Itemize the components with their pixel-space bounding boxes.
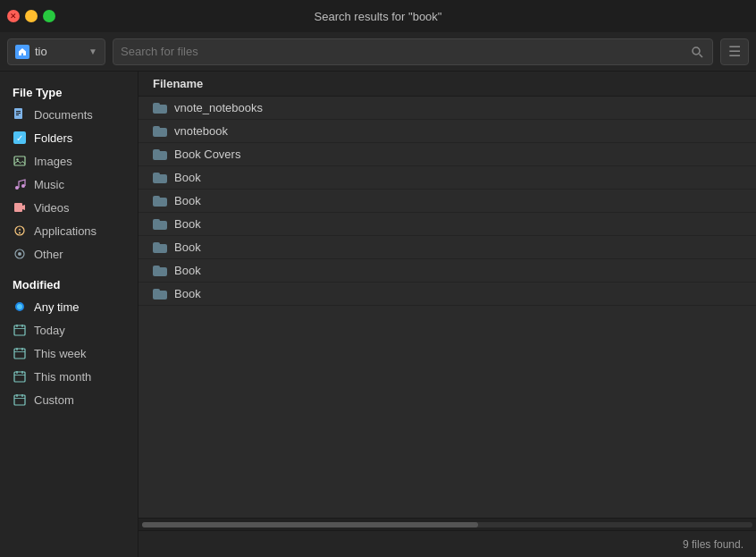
- search-button[interactable]: [689, 44, 705, 60]
- sidebar-item-custom[interactable]: Custom: [0, 388, 138, 411]
- file-name: Book: [174, 194, 201, 207]
- minimize-button[interactable]: [25, 10, 38, 22]
- file-type-section-title: File Type: [0, 80, 138, 103]
- table-row[interactable]: Book: [139, 190, 756, 213]
- svg-rect-15: [14, 325, 25, 335]
- search-bar: [113, 38, 713, 65]
- sidebar-item-videos[interactable]: Videos: [0, 196, 138, 219]
- svg-point-7: [16, 158, 18, 160]
- other-icon: [13, 247, 27, 261]
- table-row[interactable]: Book Covers: [139, 143, 756, 166]
- folder-icon: [153, 196, 167, 207]
- svg-point-0: [693, 47, 700, 55]
- sidebar-item-this-week[interactable]: This week: [0, 342, 138, 365]
- table-row[interactable]: Book: [139, 259, 756, 283]
- chevron-down-icon: ▼: [88, 46, 97, 56]
- documents-label: Documents: [34, 108, 93, 122]
- svg-rect-27: [14, 395, 25, 405]
- modified-section-title: Modified: [0, 273, 138, 295]
- sidebar-item-images[interactable]: Images: [0, 149, 138, 173]
- this-month-label: This month: [34, 370, 91, 384]
- svg-rect-23: [14, 372, 25, 382]
- location-label: tio: [35, 45, 83, 58]
- svg-rect-6: [14, 156, 25, 165]
- sidebar-item-any-time[interactable]: Any time: [0, 295, 138, 318]
- file-list: vnote_notebooks vnotebook Book Covers Bo…: [139, 97, 756, 306]
- file-name: vnote_notebooks: [174, 101, 263, 114]
- sidebar-item-today[interactable]: Today: [0, 318, 138, 342]
- folder-icon: [153, 173, 167, 183]
- status-text: 9 files found.: [683, 538, 743, 551]
- svg-rect-10: [14, 203, 22, 212]
- file-name: Book: [174, 217, 201, 231]
- this-week-icon: [13, 346, 27, 360]
- images-icon: [13, 154, 27, 168]
- sidebar-item-folders[interactable]: ✓ Folders: [0, 126, 138, 149]
- sidebar-item-applications[interactable]: Applications: [0, 219, 138, 242]
- today-icon: [13, 323, 27, 337]
- svg-rect-19: [14, 349, 25, 359]
- any-time-icon: [13, 300, 27, 314]
- svg-line-1: [700, 54, 703, 57]
- videos-label: Videos: [34, 201, 70, 215]
- svg-point-12: [19, 232, 21, 234]
- table-row[interactable]: Book: [139, 283, 756, 306]
- folder-icon: [153, 103, 167, 114]
- today-label: Today: [34, 324, 65, 337]
- folder-icon: [153, 242, 167, 253]
- file-name: Book: [174, 241, 201, 254]
- folder-icon: [153, 266, 167, 276]
- images-label: Images: [34, 155, 72, 168]
- folder-icon: [153, 126, 167, 137]
- table-row[interactable]: vnote_notebooks: [139, 97, 756, 120]
- folder-checkbox-icon: ✓: [13, 131, 27, 145]
- toolbar: tio ▼ ☰: [0, 32, 756, 72]
- sidebar-item-other[interactable]: Other: [0, 242, 138, 266]
- sidebar-item-this-month[interactable]: This month: [0, 365, 138, 388]
- custom-icon: [13, 392, 27, 407]
- scrollbar-thumb[interactable]: [142, 522, 478, 527]
- custom-label: Custom: [34, 393, 74, 407]
- this-week-label: This week: [34, 347, 87, 360]
- maximize-button[interactable]: [43, 10, 55, 22]
- videos-icon: [13, 200, 27, 215]
- main-content: File Type Documents ✓ Folders: [0, 72, 756, 557]
- table-row[interactable]: Book: [139, 166, 756, 190]
- horizontal-scrollbar[interactable]: [139, 518, 756, 530]
- menu-button[interactable]: ☰: [720, 38, 749, 65]
- home-icon: [15, 45, 29, 59]
- svg-rect-5: [16, 114, 19, 115]
- applications-label: Applications: [34, 224, 97, 238]
- file-name: Book: [174, 287, 201, 300]
- file-name: Book: [174, 264, 201, 277]
- any-time-label: Any time: [34, 300, 80, 314]
- sidebar-item-documents[interactable]: Documents: [0, 103, 138, 126]
- title-bar: ✕ Search results for "book": [0, 0, 756, 32]
- folder-icon: [153, 219, 167, 230]
- svg-rect-3: [16, 111, 21, 112]
- svg-rect-4: [16, 113, 21, 114]
- music-icon: [13, 177, 27, 191]
- folder-icon: [153, 289, 167, 300]
- location-dropdown[interactable]: tio ▼: [7, 38, 105, 65]
- sidebar: File Type Documents ✓ Folders: [0, 72, 139, 557]
- table-row[interactable]: Book: [139, 236, 756, 259]
- scrollbar-track[interactable]: [142, 522, 752, 527]
- search-input[interactable]: [121, 45, 684, 58]
- this-month-icon: [13, 369, 27, 384]
- svg-point-8: [15, 186, 19, 190]
- file-name: vnotebook: [174, 124, 228, 138]
- file-table: Filename vnote_notebooks vnotebook Book …: [139, 72, 756, 518]
- content-area: Filename vnote_notebooks vnotebook Book …: [139, 72, 756, 557]
- sidebar-item-music[interactable]: Music: [0, 173, 138, 196]
- applications-icon: [13, 224, 27, 238]
- svg-point-14: [18, 252, 21, 256]
- table-header: Filename: [139, 72, 756, 97]
- folder-icon: [153, 149, 167, 160]
- table-row[interactable]: vnotebook: [139, 120, 756, 143]
- status-bar: 9 files found.: [139, 530, 756, 557]
- close-button[interactable]: ✕: [7, 10, 20, 22]
- music-label: Music: [34, 178, 64, 191]
- table-row[interactable]: Book: [139, 213, 756, 236]
- column-filename: Filename: [153, 77, 203, 90]
